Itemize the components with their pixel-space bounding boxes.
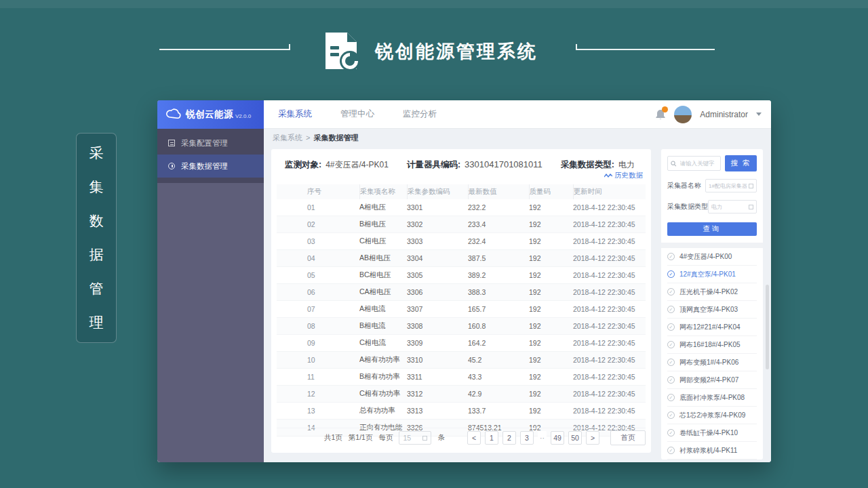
check-circle-icon: ✓ (667, 411, 675, 419)
device-list-item[interactable]: ✓ 衬浆碎浆机/4-PK11 (667, 442, 757, 460)
search-input[interactable] (679, 159, 717, 167)
meter-code: 计量器具编码:3301041701081011 (407, 159, 542, 171)
collector-filter-row: 采集器名称 1#配电房采集器 (667, 179, 757, 192)
device-list-item[interactable]: ✓ 12#真空泵/4-PK01 (667, 266, 757, 283)
breadcrumb: 采集系统 > 采集数据管理 (264, 129, 771, 146)
collector-select[interactable]: 1#配电房采集器 (705, 179, 757, 192)
nav-item[interactable]: 管理中心 (340, 108, 374, 120)
search-button[interactable]: 搜 索 (725, 155, 757, 171)
sidebar-item-label: 采集配置管理 (181, 138, 228, 148)
table-row: 09C相电流3309 164.21922018-4-12 22:30:45 (277, 335, 646, 352)
select-toggle-icon (422, 436, 427, 441)
page-button[interactable]: 50 (568, 431, 582, 445)
history-data-link[interactable]: 历史数据 (604, 171, 643, 180)
filter-panel: 搜 索 采集器名称 1#配电房采集器 采集数据类型 电力 (661, 149, 763, 460)
device-list-item[interactable]: ✓ 卷纸缸干燥/4-PK10 (667, 424, 757, 442)
per-page-select[interactable]: 15 (399, 431, 431, 445)
topnav-items: 采集系统管理中心监控分析 (278, 108, 465, 120)
table-row: 06CA相电压3306 388.31922018-4-12 22:30:45 (277, 284, 646, 301)
monitor-value: 4#变压器/4-PK01 (326, 160, 389, 169)
table-row: 08B相电流3308 160.81922018-4-12 22:30:45 (277, 318, 646, 335)
device-name: 衬浆碎浆机/4-PK11 (679, 446, 737, 455)
device-list-item[interactable]: ✓ 底面衬冲浆泵/4-PK08 (667, 389, 757, 407)
sidebar-item[interactable]: 采集配置管理 (157, 131, 264, 155)
search-icon (671, 160, 677, 167)
datatype-select[interactable]: 电力 (708, 200, 757, 214)
panel-divider (661, 243, 763, 248)
breadcrumb-separator: > (306, 134, 310, 142)
table-row: 03C相电压3303 232.41922018-4-12 22:30:45 (277, 233, 646, 250)
check-circle-icon: ✓ (667, 376, 675, 384)
device-list-item[interactable]: ✓ 网布变频1#/4-PK06 (667, 354, 757, 371)
prev-page-button[interactable]: < (467, 431, 481, 445)
page-button[interactable]: 3 (520, 431, 534, 445)
page-button[interactable]: 1 (485, 431, 498, 445)
device-name: 网部变频2#/4-PK07 (679, 375, 738, 385)
device-list-item[interactable]: ✓ 网布12#21#/4-PK04 (667, 319, 757, 336)
first-page-button[interactable]: 首页 (610, 430, 646, 445)
device-name: 网布16#18#/4-PK05 (679, 340, 741, 350)
device-name: 压光机干燥/4-PK02 (679, 287, 738, 297)
device-list-item[interactable]: ✓ 网布16#18#/4-PK05 (667, 336, 757, 354)
check-circle-icon: ✓ (667, 323, 675, 331)
device-name: 卷纸缸干燥/4-PK10 (679, 428, 738, 438)
table-row: 04AB相电压3304 387.51922018-4-12 22:30:45 (277, 250, 646, 267)
app-window: 锐创云能源 V2.0.0 采集配置管理 采集数据管理 采集系统管理中心监控分析 (157, 100, 771, 462)
device-name: 芯1芯2冲浆泵/4-PK09 (679, 411, 745, 420)
page-button[interactable]: 2 (502, 431, 516, 445)
device-list-item[interactable]: ✓ 4#变压器/4-PK00 (667, 248, 757, 266)
data-type-value: 电力 (618, 160, 635, 169)
check-circle-icon: ✓ (667, 253, 675, 260)
column-header: 质量码 (529, 184, 573, 199)
next-page-button[interactable]: > (586, 431, 599, 445)
datatype-value: 电力 (711, 203, 722, 211)
pagination-bar: 共1页 第1/1页 每页 15 条 < 123··4950 (277, 428, 646, 447)
check-circle-icon: ✓ (667, 341, 675, 348)
datatype-filter-row: 采集数据类型 电力 (667, 200, 757, 214)
device-name: 顶网真空泵/4-PK03 (679, 305, 738, 314)
column-header: 序号 (277, 184, 359, 199)
cloud-icon (165, 108, 182, 121)
sidebar-logo: 锐创云能源 V2.0.0 (157, 100, 264, 129)
banner-left-line (159, 49, 290, 50)
page: 锐创能源管理系统 采 集 数 据 管 理 锐创云能源 V2.0.0 采集配置管理… (0, 0, 868, 488)
device-list-item[interactable]: ✓ 芯1芯2冲浆泵/4-PK09 (667, 407, 757, 424)
scrollbar-thumb[interactable] (766, 285, 769, 369)
banner-left-tick (289, 44, 290, 50)
column-header: 采集项名称 (359, 184, 407, 199)
main-area: 采集系统管理中心监控分析 Administrator 采集系统 > 采 (264, 100, 771, 462)
check-circle-icon: ✓ (667, 288, 675, 296)
page-button[interactable]: 49 (551, 431, 564, 445)
table-row: 11B相有功功率3311 43.31922018-4-12 22:30:45 (277, 369, 646, 386)
grid-icon (168, 140, 175, 146)
nav-item[interactable]: 采集系统 (278, 108, 312, 120)
side-tag-text: 采 集 数 据 管 理 (90, 136, 104, 340)
query-button[interactable]: 查询 (667, 222, 757, 236)
collector-value: 1#配电房采集器 (709, 182, 747, 190)
breadcrumb-parent[interactable]: 采集系统 (273, 133, 302, 143)
page-list: 123··4950 (485, 431, 582, 445)
chevron-down-icon[interactable] (756, 113, 762, 116)
device-list-item[interactable]: ✓ 压光机干燥/4-PK02 (667, 283, 757, 301)
per-page-label: 每页 (378, 433, 393, 443)
device-list-item[interactable]: ✓ 网部变频2#/4-PK07 (667, 371, 757, 389)
per-page-value: 15 (403, 434, 411, 442)
sidebar-item[interactable]: 采集数据管理 (157, 155, 264, 178)
device-list-item[interactable]: ✓ 顶网真空泵/4-PK03 (667, 301, 757, 319)
page-title: 锐创能源管理系统 (375, 39, 538, 64)
search-row: 搜 索 (667, 155, 757, 171)
pagination-info: 共1页 第1/1页 每页 15 条 (324, 431, 445, 445)
check-circle-icon: ✓ (667, 359, 675, 366)
notification-bell-icon[interactable] (655, 108, 666, 121)
page-ellipsis: ·· (538, 431, 547, 445)
avatar[interactable] (674, 106, 692, 123)
device-list: ✓ 4#变压器/4-PK00 ✓ 12#真空泵/4-PK01 ✓ 压光机干燥/4… (667, 248, 757, 460)
column-header: 采集参数编码 (407, 184, 468, 199)
table-row: 13总有功功率3313 133.71922018-4-12 22:30:45 (277, 403, 646, 420)
top-nav: 采集系统管理中心监控分析 Administrator (264, 100, 771, 129)
monitor-label: 监测对象: (285, 160, 321, 169)
table-body: 01A相电压3301 232.21922018-4-12 22:30:45 02… (277, 199, 646, 436)
check-circle-icon: ✓ (667, 394, 675, 401)
breadcrumb-current: 采集数据管理 (313, 133, 358, 143)
nav-item[interactable]: 监控分析 (403, 108, 437, 120)
